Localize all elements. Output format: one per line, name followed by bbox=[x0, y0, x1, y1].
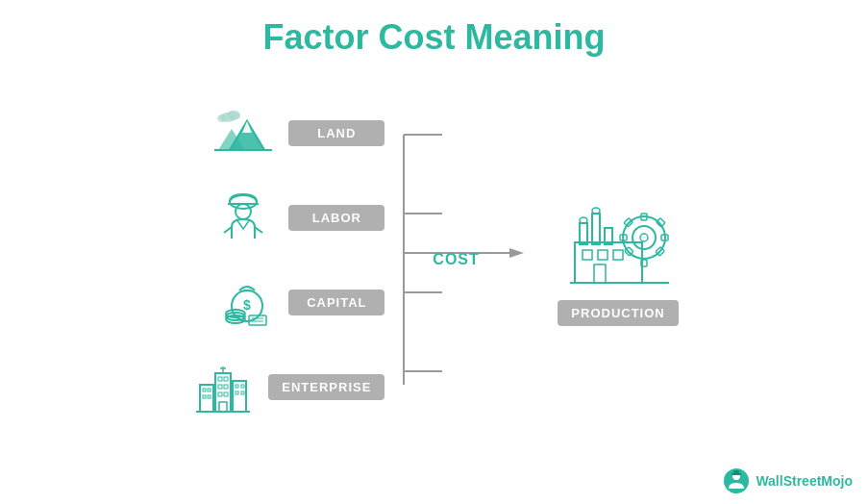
svg-line-12 bbox=[255, 227, 262, 233]
svg-rect-22 bbox=[215, 373, 231, 412]
watermark: WallStreetMojo bbox=[723, 467, 853, 494]
production-icon bbox=[565, 194, 671, 290]
svg-point-6 bbox=[217, 114, 227, 122]
production-column: PRODUCTION bbox=[558, 194, 678, 326]
svg-text:$: $ bbox=[243, 297, 251, 313]
svg-point-56 bbox=[623, 216, 665, 259]
svg-rect-33 bbox=[208, 389, 211, 391]
svg-point-10 bbox=[236, 204, 251, 219]
svg-rect-75 bbox=[733, 470, 739, 474]
svg-rect-39 bbox=[241, 391, 244, 394]
cost-label: COST bbox=[433, 251, 479, 268]
enterprise-label: ENTERPRISE bbox=[268, 374, 384, 400]
svg-rect-32 bbox=[203, 389, 206, 391]
svg-rect-50 bbox=[575, 242, 642, 283]
land-label: LAND bbox=[288, 120, 384, 146]
svg-rect-27 bbox=[218, 385, 222, 389]
land-icon bbox=[210, 99, 277, 166]
enterprise-icon bbox=[189, 353, 257, 420]
svg-rect-68 bbox=[613, 250, 623, 260]
capital-icon: $ bbox=[210, 268, 277, 336]
svg-rect-25 bbox=[218, 377, 222, 381]
production-label: PRODUCTION bbox=[558, 300, 678, 326]
svg-rect-31 bbox=[219, 402, 227, 412]
svg-rect-36 bbox=[236, 385, 238, 388]
capital-label: CAPITAL bbox=[288, 290, 384, 315]
labor-label: LABOR bbox=[288, 205, 384, 231]
svg-rect-52 bbox=[592, 214, 600, 244]
svg-rect-37 bbox=[241, 385, 244, 388]
svg-rect-34 bbox=[203, 395, 206, 398]
svg-rect-67 bbox=[598, 250, 608, 260]
svg-rect-69 bbox=[594, 265, 606, 283]
factors-column: LAND bbox=[189, 99, 384, 420]
factor-row-labor: LABOR bbox=[210, 184, 384, 251]
watermark-text: WallStreetMojo bbox=[756, 473, 853, 489]
svg-rect-30 bbox=[224, 392, 228, 396]
svg-rect-38 bbox=[236, 391, 238, 394]
connector-area: COST bbox=[384, 101, 538, 418]
factor-row-land: LAND bbox=[210, 99, 384, 166]
svg-rect-35 bbox=[208, 395, 211, 398]
svg-point-57 bbox=[632, 226, 656, 249]
svg-rect-26 bbox=[224, 377, 228, 381]
svg-line-11 bbox=[224, 227, 232, 233]
diagram-area: LAND bbox=[0, 67, 868, 452]
svg-rect-63 bbox=[657, 217, 665, 226]
svg-marker-49 bbox=[509, 248, 524, 258]
page-title: Factor Cost Meaning bbox=[0, 0, 868, 58]
svg-rect-29 bbox=[218, 392, 222, 396]
labor-icon bbox=[210, 184, 277, 251]
svg-rect-66 bbox=[583, 250, 592, 260]
svg-rect-51 bbox=[580, 223, 587, 244]
svg-point-5 bbox=[227, 111, 240, 120]
watermark-logo-icon bbox=[723, 467, 750, 494]
factor-row-enterprise: ENTERPRISE bbox=[189, 353, 384, 420]
factor-row-capital: $ CAPITAL bbox=[210, 268, 384, 336]
svg-rect-28 bbox=[224, 385, 228, 389]
svg-point-70 bbox=[640, 234, 648, 241]
svg-point-8 bbox=[230, 195, 257, 209]
svg-rect-23 bbox=[200, 385, 213, 412]
